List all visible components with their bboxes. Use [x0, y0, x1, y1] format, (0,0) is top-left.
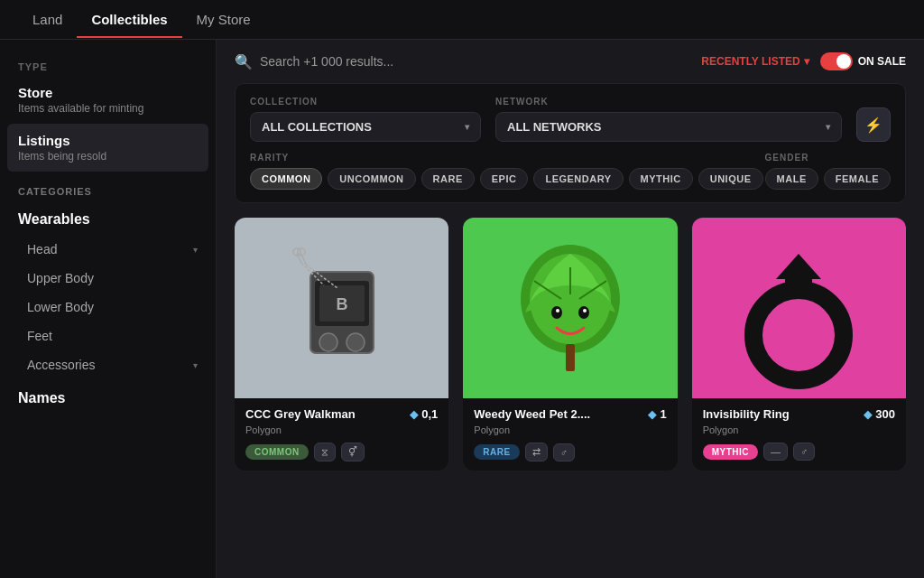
nav-tabs: LandCollectiblesMy Store — [18, 1, 265, 38]
type-sub-listings: Items being resold — [18, 150, 198, 163]
collection-group: COLLECTION ALL COLLECTIONS ▾ — [250, 97, 481, 142]
svg-point-5 — [346, 333, 365, 351]
product-tags: MYTHIC —♂ — [703, 443, 895, 461]
collection-value: ALL COLLECTIONS — [262, 120, 372, 134]
rarity-chips: COMMONUNCOMMONRAREEPICLEGENDARYMYTHICUNI… — [250, 168, 763, 190]
recently-listed-button[interactable]: RECENTLY LISTED ▾ — [701, 55, 808, 68]
flash-icon: ⚡ — [864, 117, 882, 134]
sidebar-item-accessories[interactable]: Accessories ▾ — [0, 350, 216, 379]
rarity-chip-common[interactable]: COMMON — [250, 168, 322, 190]
type-title-listings: Listings — [18, 133, 198, 148]
flash-button[interactable]: ⚡ — [856, 107, 891, 142]
product-network: Polygon — [703, 424, 895, 435]
product-name: Invisibility Ring — [703, 407, 790, 421]
nav-tab-collectibles[interactable]: Collectibles — [77, 1, 181, 38]
rarity-tag[interactable]: MYTHIC — [703, 444, 758, 460]
diamond-icon: ◆ — [864, 408, 872, 421]
svg-point-15 — [578, 306, 589, 319]
arrows-icon[interactable]: ⇄ — [525, 443, 548, 461]
product-image-invisibility-ring — [692, 218, 906, 398]
product-image-weedy-weed-pet — [463, 218, 677, 398]
product-card-invisibility-ring[interactable]: Invisibility Ring ◆ 300 Polygon MYTHIC —… — [692, 218, 906, 471]
diamond-icon: ◆ — [410, 408, 418, 421]
product-tags: COMMON ⧖⚥ — [245, 443, 438, 461]
nav-tab-land[interactable]: Land — [18, 1, 77, 38]
product-name: Weedy Weed Pet 2.... — [474, 407, 590, 421]
price-value: 1 — [660, 407, 666, 421]
chevron-icon-accessories: ▾ — [193, 360, 198, 370]
on-sale-toggle[interactable] — [820, 52, 853, 70]
categories-label: CATEGORIES — [0, 172, 216, 204]
diamond-icon: ◆ — [648, 408, 656, 421]
sidebar-item-label-head: Head — [27, 242, 57, 256]
svg-point-17 — [583, 309, 587, 312]
network-value: ALL NETWORKS — [507, 120, 601, 134]
rarity-chip-epic[interactable]: EPIC — [480, 168, 529, 190]
nav-tab-mystore[interactable]: My Store — [182, 1, 265, 38]
sidebar-item-head[interactable]: Head ▾ — [0, 235, 216, 264]
chevron-icon-head: ▾ — [193, 245, 198, 255]
product-grid: B CCC Grey Walkman ◆ 0,1 Polygon COMMON … — [235, 218, 906, 471]
type-title-store: Store — [18, 85, 198, 100]
gender-icon[interactable]: ⚥ — [341, 443, 365, 461]
product-name-row: Invisibility Ring ◆ 300 — [703, 407, 895, 421]
search-icon: 🔍 — [235, 53, 253, 70]
sidebar-item-feet[interactable]: Feet — [0, 322, 216, 350]
sidebar-item-label-upper-body: Upper Body — [27, 271, 94, 285]
body-icon[interactable]: ⧖ — [314, 443, 336, 461]
gender-group: GENDER MALEFEMALE — [765, 153, 891, 190]
product-card-weedy-weed-pet[interactable]: Weedy Weed Pet 2.... ◆ 1 Polygon RARE ⇄♂ — [463, 218, 677, 471]
rarity-gender-row: RARITY COMMONUNCOMMONRAREEPICLEGENDARYMY… — [250, 153, 891, 190]
network-dropdown[interactable]: ALL NETWORKS ▾ — [495, 112, 842, 142]
sidebar-item-label-lower-body: Lower Body — [27, 300, 94, 314]
sidebar-item-label-accessories: Accessories — [27, 358, 95, 372]
price-value: 0,1 — [421, 407, 438, 421]
names-section: Names — [0, 379, 216, 414]
svg-point-4 — [319, 333, 337, 351]
sidebar-item-upper-body[interactable]: Upper Body — [0, 264, 216, 293]
sidebar-type-listings[interactable]: Listings Items being resold — [7, 124, 208, 172]
minus-icon[interactable]: — — [763, 443, 788, 461]
on-sale-wrap: ON SALE — [820, 52, 906, 70]
rarity-tag[interactable]: RARE — [474, 444, 519, 460]
product-card-ccc-grey-walkman[interactable]: B CCC Grey Walkman ◆ 0,1 Polygon COMMON … — [235, 218, 448, 471]
rarity-chip-unique[interactable]: UNIQUE — [698, 168, 763, 190]
gender-chips: MALEFEMALE — [765, 168, 891, 190]
sidebar: TYPE Store Items available for minting L… — [0, 40, 217, 578]
wearables-title: Wearables — [0, 204, 216, 235]
gender-chip-male[interactable]: MALE — [765, 168, 818, 190]
main-layout: TYPE Store Items available for minting L… — [0, 40, 924, 578]
gender-chip-female[interactable]: FEMALE — [824, 168, 891, 190]
product-name-row: CCC Grey Walkman ◆ 0,1 — [245, 407, 438, 421]
svg-text:B: B — [336, 295, 347, 313]
rarity-chip-legendary[interactable]: LEGENDARY — [533, 168, 623, 190]
rarity-tag[interactable]: COMMON — [245, 444, 309, 460]
svg-point-14 — [551, 306, 562, 319]
rarity-chip-mythic[interactable]: MYTHIC — [629, 168, 693, 190]
toggle-knob — [836, 54, 851, 69]
collection-dropdown[interactable]: ALL COLLECTIONS ▾ — [250, 112, 481, 142]
top-navigation: LandCollectiblesMy Store — [0, 0, 924, 40]
network-chevron-icon: ▾ — [826, 122, 830, 132]
search-placeholder: Search +1 000 results... — [260, 54, 393, 69]
product-price: ◆ 1 — [648, 407, 666, 421]
product-info-ccc-grey-walkman: CCC Grey Walkman ◆ 0,1 Polygon COMMON ⧖⚥ — [235, 398, 448, 471]
rarity-chip-rare[interactable]: RARE — [421, 168, 475, 190]
product-price: ◆ 300 — [864, 407, 895, 421]
product-name-row: Weedy Weed Pet 2.... ◆ 1 — [474, 407, 666, 421]
sidebar-type-store[interactable]: Store Items available for minting — [0, 76, 216, 124]
price-value: 300 — [875, 407, 895, 421]
gender-icon[interactable]: ♂ — [793, 443, 815, 461]
gender-icon[interactable]: ♂ — [553, 443, 575, 461]
rarity-chip-uncommon[interactable]: UNCOMMON — [328, 168, 415, 190]
search-bar: 🔍 Search +1 000 results... RECENTLY LIST… — [235, 52, 906, 70]
rarity-group: RARITY COMMONUNCOMMONRAREEPICLEGENDARYMY… — [250, 153, 763, 190]
sidebar-item-lower-body[interactable]: Lower Body — [0, 293, 216, 322]
network-group: NETWORK ALL NETWORKS ▾ — [495, 97, 842, 142]
filters-section: COLLECTION ALL COLLECTIONS ▾ NETWORK ALL… — [235, 83, 906, 203]
sidebar-types: Store Items available for minting Listin… — [0, 76, 216, 172]
type-label: TYPE — [0, 54, 216, 76]
product-info-invisibility-ring: Invisibility Ring ◆ 300 Polygon MYTHIC —… — [692, 398, 906, 470]
search-input-wrap[interactable]: 🔍 Search +1 000 results... — [235, 53, 701, 70]
sidebar-item-label-feet: Feet — [27, 329, 52, 343]
